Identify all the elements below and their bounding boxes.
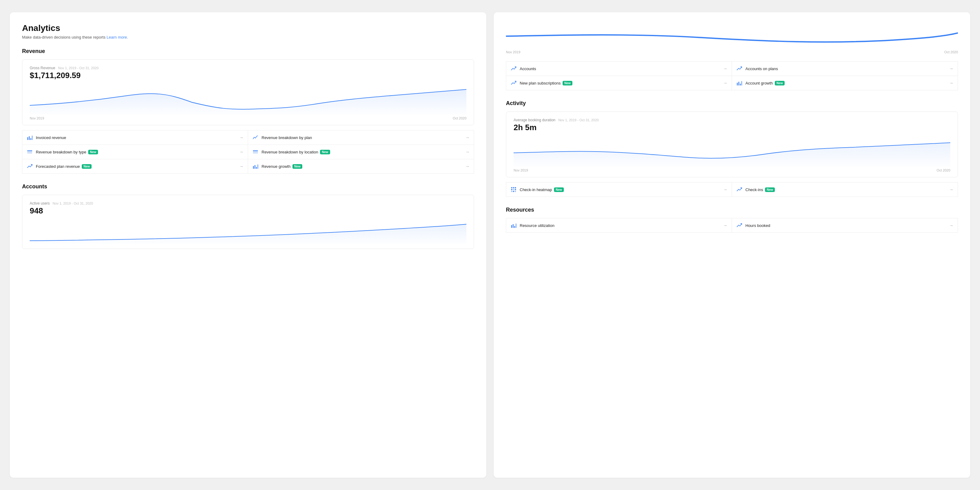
- new-plan-subscriptions-item[interactable]: New plan subscriptions New →: [506, 76, 732, 90]
- arrow-icon: →: [949, 187, 953, 192]
- revenue-section-title: Revenue: [22, 48, 474, 54]
- accounts-item[interactable]: Accounts →: [506, 61, 732, 76]
- learn-more-link[interactable]: Learn more.: [107, 35, 128, 40]
- resource-utilization-label: Resource utilization: [520, 223, 720, 228]
- svg-rect-21: [511, 189, 512, 190]
- account-growth-bar-icon: [736, 80, 742, 86]
- svg-rect-20: [515, 187, 516, 188]
- resources-menu-grid: Resource utilization → Hours booked →: [506, 218, 958, 233]
- resource-utilization-item[interactable]: Resource utilization →: [506, 218, 732, 233]
- svg-rect-26: [515, 191, 516, 192]
- arrow-icon: →: [465, 164, 469, 169]
- arrow-icon: →: [723, 81, 727, 86]
- right-card: Nov 2019 Oct 2020 Accounts → Accounts on…: [494, 12, 970, 478]
- revenue-by-location-item[interactable]: Revenue breakdown by location New →: [248, 145, 474, 159]
- analytics-subtitle: Make data-driven decisions using these r…: [22, 35, 474, 40]
- revenue-growth-item[interactable]: Revenue growth New →: [248, 159, 474, 173]
- avg-booking-label: Average booking duration Nov 1, 2019 - O…: [514, 118, 950, 122]
- stacked-chart-icon2: [252, 149, 258, 155]
- new-plan-sub-trend-icon: [511, 80, 517, 86]
- accounts-on-plans-trend-icon: [736, 65, 742, 72]
- avg-booking-value: 2h 5m: [514, 123, 950, 132]
- new-badge: New: [765, 188, 775, 192]
- check-in-heatmap-label: Check-in heatmap New: [520, 188, 720, 192]
- svg-rect-16: [740, 84, 741, 86]
- svg-rect-23: [515, 189, 516, 190]
- svg-rect-0: [27, 137, 28, 140]
- active-users-chart-box: Active users Nov 1, 2019 - Oct 31, 2020 …: [22, 195, 474, 249]
- accounts-trend-icon: [511, 65, 517, 72]
- svg-rect-3: [32, 136, 32, 140]
- activity-section-title: Activity: [506, 100, 958, 107]
- forecasted-plan-revenue-item[interactable]: Forecasted plan revenue New →: [22, 159, 248, 173]
- hours-booked-trend-icon: [736, 222, 742, 229]
- gross-revenue-dates: Nov 2019 Oct 2020: [30, 116, 466, 120]
- revenue-growth-label: Revenue growth New: [261, 164, 462, 169]
- check-ins-label: Check-ins New: [745, 188, 946, 192]
- svg-rect-19: [513, 187, 514, 188]
- account-growth-item[interactable]: Account growth New →: [732, 76, 958, 90]
- svg-rect-18: [511, 187, 512, 188]
- left-card: Analytics Make data-driven decisions usi…: [10, 12, 486, 478]
- svg-rect-12: [256, 167, 257, 169]
- svg-rect-24: [511, 191, 512, 192]
- invoiced-revenue-item[interactable]: Invoiced revenue →: [22, 130, 248, 145]
- new-plan-subscriptions-label: New plan subscriptions New: [520, 81, 720, 86]
- accounts-on-plans-item[interactable]: Accounts on plans →: [732, 61, 958, 76]
- svg-rect-27: [511, 225, 512, 228]
- avg-booking-dates: Nov 2019 Oct 2020: [514, 169, 950, 172]
- active-users-value: 948: [30, 206, 466, 216]
- svg-rect-22: [513, 189, 514, 190]
- line-chart-icon: [252, 134, 258, 140]
- hours-booked-item[interactable]: Hours booked →: [732, 218, 958, 233]
- resource-bar-icon: [511, 222, 517, 229]
- revenue-menu-grid: Invoiced revenue → Revenue breakdown by …: [22, 130, 474, 173]
- svg-rect-29: [514, 226, 515, 228]
- invoiced-revenue-label: Invoiced revenue: [36, 135, 236, 140]
- top-partial-chart: [506, 23, 958, 48]
- active-users-label: Active users Nov 1, 2019 - Oct 31, 2020: [30, 201, 466, 205]
- accounts-on-plans-label: Accounts on plans: [745, 67, 946, 71]
- arrow-icon: →: [949, 66, 953, 71]
- svg-rect-15: [738, 82, 739, 86]
- new-badge: New: [563, 81, 573, 86]
- svg-rect-11: [255, 165, 255, 169]
- accounts-label: Accounts: [520, 67, 720, 71]
- revenue-by-plan-label: Revenue breakdown by plan: [261, 135, 462, 140]
- grid-icon: [511, 186, 517, 192]
- new-badge: New: [554, 188, 564, 192]
- arrow-icon: →: [949, 81, 953, 86]
- avg-booking-chart: [514, 136, 950, 167]
- check-ins-trend-icon: [736, 186, 742, 192]
- new-badge: New: [88, 150, 98, 154]
- arrow-icon: →: [239, 150, 243, 154]
- gross-revenue-label: Gross Revenue Nov 1, 2019 - Oct 31, 2020: [30, 66, 466, 70]
- svg-rect-2: [30, 138, 31, 140]
- svg-rect-13: [258, 164, 258, 169]
- arrow-icon: →: [465, 150, 469, 154]
- svg-rect-28: [513, 224, 514, 228]
- resources-section: Resources Resource utilization → Hours b…: [506, 207, 958, 233]
- svg-rect-25: [513, 191, 514, 192]
- gross-revenue-value: $1,711,209.59: [30, 71, 466, 80]
- avg-booking-chart-box: Average booking duration Nov 1, 2019 - O…: [506, 111, 958, 177]
- accounts-menu-grid: Accounts → Accounts on plans → New plan …: [506, 61, 958, 90]
- activity-menu-grid: Check-in heatmap New → Check-ins New →: [506, 182, 958, 197]
- new-badge: New: [82, 164, 92, 169]
- new-badge: New: [293, 164, 302, 169]
- arrow-icon: →: [723, 187, 727, 192]
- arrow-icon: →: [723, 66, 727, 71]
- new-badge: New: [320, 150, 330, 154]
- revenue-by-plan-item[interactable]: Revenue breakdown by plan →: [248, 130, 474, 145]
- hours-booked-label: Hours booked: [745, 223, 946, 228]
- account-growth-label: Account growth New: [745, 81, 946, 86]
- check-in-heatmap-item[interactable]: Check-in heatmap New →: [506, 182, 732, 197]
- check-ins-item[interactable]: Check-ins New →: [732, 182, 958, 197]
- revenue-by-type-item[interactable]: Revenue breakdown by type New →: [22, 145, 248, 159]
- svg-rect-10: [253, 166, 254, 169]
- svg-rect-1: [29, 136, 30, 140]
- gross-revenue-chart-box: Gross Revenue Nov 1, 2019 - Oct 31, 2020…: [22, 59, 474, 125]
- active-users-chart: [30, 219, 466, 244]
- analytics-title: Analytics: [22, 23, 474, 33]
- svg-rect-14: [737, 83, 738, 86]
